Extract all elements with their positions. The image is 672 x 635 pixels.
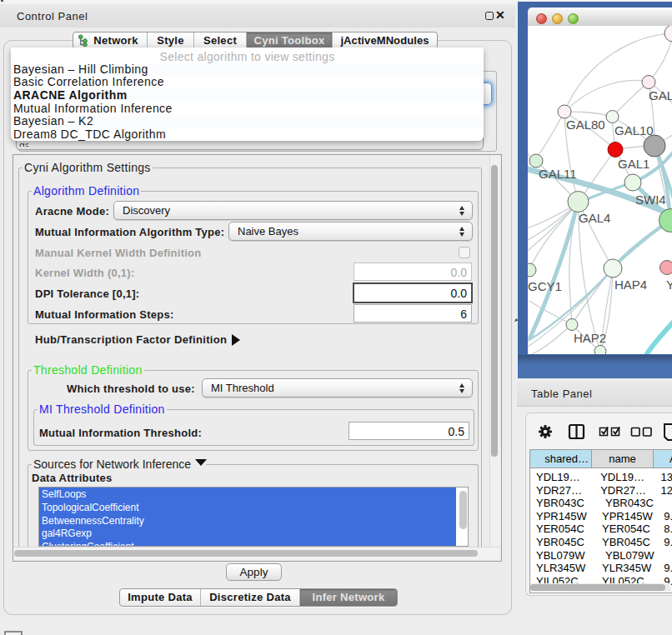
svg-text:GAL11: GAL11 bbox=[539, 167, 577, 181]
svg-text:SWI4: SWI4 bbox=[635, 192, 666, 207]
svg-text:HAP2: HAP2 bbox=[574, 331, 606, 345]
svg-text:GAL80: GAL80 bbox=[566, 118, 605, 132]
svg-text:GAL1: GAL1 bbox=[618, 157, 649, 171]
svg-text:Y: Y bbox=[666, 278, 672, 292]
svg-text:GAL10: GAL10 bbox=[614, 123, 654, 138]
svg-text:GCY1: GCY1 bbox=[528, 279, 562, 293]
svg-text:GAL4: GAL4 bbox=[579, 211, 610, 225]
svg-text:GAL7: GAL7 bbox=[649, 88, 672, 102]
svg-text:HAP4: HAP4 bbox=[614, 278, 647, 292]
